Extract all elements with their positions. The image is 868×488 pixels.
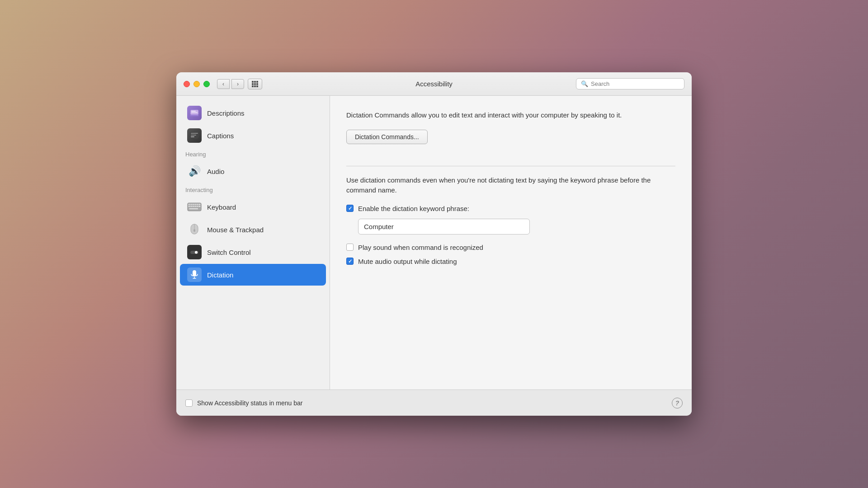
mouse-trackpad-label: Mouse & Trackpad [207,226,264,234]
svg-rect-3 [191,112,198,113]
keyword-description: Use dictation commands even when you're … [346,175,654,196]
sidebar-item-keyboard[interactable]: Keyboard [180,196,326,218]
svg-rect-17 [193,206,194,207]
svg-rect-13 [196,204,198,205]
maximize-button[interactable] [203,81,210,87]
sidebar-item-captions[interactable]: Captions [180,125,326,146]
svg-rect-16 [190,206,192,207]
svg-rect-2 [191,111,196,112]
svg-rect-15 [189,206,190,207]
main-window: ‹ › Accessibility 🔍 [176,72,692,416]
titlebar: ‹ › Accessibility 🔍 [176,72,692,96]
window-title: Accessibility [415,80,453,88]
help-button[interactable]: ? [672,398,683,408]
search-input[interactable] [591,80,679,87]
back-button[interactable]: ‹ [217,79,230,89]
forward-button[interactable]: › [231,79,244,89]
mute-audio-label: Mute audio output while dictating [358,258,457,265]
svg-rect-20 [198,206,200,207]
svg-rect-10 [190,204,192,205]
svg-rect-7 [191,136,194,137]
sidebar: Descriptions Captions [176,96,330,389]
sidebar-item-mouse-trackpad[interactable]: Mouse & Trackpad [180,219,326,240]
descriptions-label: Descriptions [207,109,245,117]
captions-icon [187,128,202,143]
mouse-trackpad-icon [187,222,202,237]
sidebar-item-descriptions[interactable]: Descriptions [180,102,326,124]
search-icon: 🔍 [581,80,588,87]
content-area: Descriptions Captions [176,96,692,389]
show-status-checkbox[interactable] [185,399,193,407]
keyword-input[interactable] [358,219,530,235]
svg-rect-1 [190,115,198,116]
main-description: Dictation Commands allow you to edit tex… [346,110,627,121]
svg-point-24 [193,229,195,232]
minimize-button[interactable] [193,81,200,87]
svg-rect-18 [194,206,196,207]
svg-rect-14 [198,204,200,205]
interacting-section-label: Interacting [176,183,330,195]
enable-keyword-checkbox[interactable] [346,205,354,212]
play-sound-checkbox[interactable] [346,244,354,251]
divider [346,166,675,166]
svg-rect-5 [191,133,198,134]
dictation-label: Dictation [207,271,233,279]
hearing-section-label: Hearing [176,147,330,160]
switch-control-icon [187,245,202,259]
audio-label: Audio [207,168,224,175]
show-status-label: Show Accessibility status in menu bar [197,399,302,407]
svg-rect-21 [189,208,198,210]
keyboard-label: Keyboard [207,203,236,211]
svg-rect-27 [193,270,196,276]
svg-point-26 [195,251,198,254]
sidebar-item-switch-control[interactable]: Switch Control [180,241,326,263]
descriptions-icon [187,106,202,120]
enable-keyword-row: Enable the dictation keyword phrase: [346,205,675,212]
nav-buttons: ‹ › [217,79,244,89]
traffic-lights [184,81,210,87]
close-button[interactable] [184,81,190,87]
play-sound-label: Play sound when command is recognized [358,244,483,251]
svg-rect-6 [191,135,196,136]
grid-view-button[interactable] [248,79,262,89]
dictation-icon [187,267,202,282]
switch-control-label: Switch Control [207,249,251,256]
audio-icon: 🔊 [187,164,202,178]
play-sound-row: Play sound when command is recognized [346,244,675,251]
captions-label: Captions [207,132,234,140]
svg-rect-9 [189,204,190,205]
search-bar[interactable]: 🔍 [576,78,684,89]
enable-keyword-label: Enable the dictation keyword phrase: [358,205,469,212]
grid-icon [252,81,258,87]
main-content: Dictation Commands allow you to edit tex… [330,96,692,389]
dictation-commands-button[interactable]: Dictation Commands... [346,130,428,144]
sidebar-item-audio[interactable]: 🔊 Audio [180,160,326,182]
svg-rect-11 [193,204,194,205]
mute-audio-checkbox[interactable] [346,258,354,265]
mute-audio-row: Mute audio output while dictating [346,258,675,265]
bottom-bar: Show Accessibility status in menu bar ? [176,389,692,416]
svg-rect-19 [196,206,198,207]
sidebar-item-dictation[interactable]: Dictation [180,264,326,286]
svg-rect-12 [194,204,196,205]
keyboard-icon [187,200,202,214]
